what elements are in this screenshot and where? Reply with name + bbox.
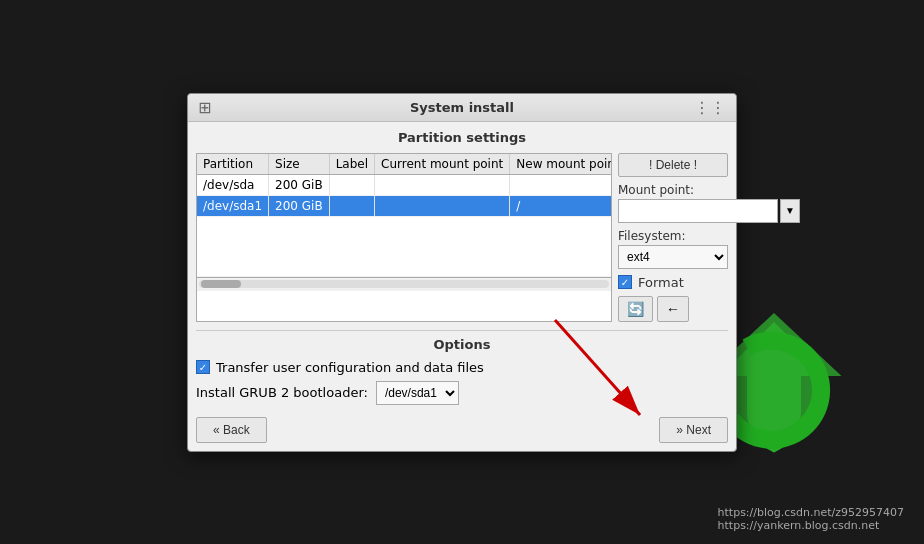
col-partition: Partition	[197, 154, 269, 175]
back-arrow-button[interactable]: ←	[657, 296, 689, 322]
cell-current-mount	[375, 174, 510, 195]
partition-table: Partition Size Label Current mount point…	[197, 154, 612, 277]
transfer-checkbox[interactable]	[196, 360, 210, 374]
dialog-title: System install	[410, 100, 514, 115]
refresh-button[interactable]: 🔄	[618, 296, 653, 322]
options-section: Options Transfer user configuration and …	[196, 330, 728, 443]
url1: https://blog.csdn.net/z952957407	[718, 506, 904, 519]
cell-label	[329, 195, 374, 216]
mount-point-input[interactable]	[618, 199, 778, 223]
cell-partition: /dev/sda1	[197, 195, 269, 216]
cell-new-mount	[510, 174, 612, 195]
icon-buttons-row: 🔄 ←	[618, 296, 728, 322]
mount-point-section: Mount point: ▼	[618, 183, 728, 223]
col-size: Size	[269, 154, 330, 175]
cell-label	[329, 174, 374, 195]
scrollbar-thumb[interactable]	[201, 280, 241, 288]
scrollbar[interactable]	[197, 277, 611, 291]
cell-current-mount	[375, 195, 510, 216]
partition-table-wrapper: Partition Size Label Current mount point…	[196, 153, 612, 322]
transfer-row: Transfer user configuration and data fil…	[196, 360, 728, 375]
col-current-mount: Current mount point	[375, 154, 510, 175]
delete-button[interactable]: ! Delete !	[618, 153, 728, 177]
table-container: Partition Size Label Current mount point…	[196, 153, 728, 322]
mount-point-dropdown-button[interactable]: ▼	[780, 199, 800, 223]
mount-point-row: ▼	[618, 199, 728, 223]
system-install-dialog: ⊞ System install ⋮⋮ Partition settings P…	[187, 93, 737, 452]
cell-new-mount: /	[510, 195, 612, 216]
grub-bootloader-select[interactable]: /dev/sda1 /dev/sda	[376, 381, 459, 405]
scrollbar-track	[199, 280, 609, 288]
table-row[interactable]: /dev/sda 200 GiB	[197, 174, 612, 195]
back-button[interactable]: « Back	[196, 417, 267, 443]
next-button[interactable]: » Next	[659, 417, 728, 443]
grub-row: Install GRUB 2 bootloader: /dev/sda1 /de…	[196, 381, 728, 405]
cell-size: 200 GiB	[269, 195, 330, 216]
col-new-mount: New mount point	[510, 154, 612, 175]
table-row-empty	[197, 216, 612, 276]
window-menu-icon[interactable]: ⋮⋮	[694, 98, 726, 117]
dialog-titlebar: ⊞ System install ⋮⋮	[188, 94, 736, 122]
format-label: Format	[638, 275, 684, 290]
format-checkbox[interactable]	[618, 275, 632, 289]
window-icon: ⊞	[198, 98, 211, 117]
cell-size: 200 GiB	[269, 174, 330, 195]
options-title: Options	[196, 337, 728, 352]
col-label: Label	[329, 154, 374, 175]
bottom-buttons: « Back » Next	[196, 413, 728, 443]
format-checkbox-row[interactable]: Format	[618, 275, 728, 290]
filesystem-select[interactable]: ext4 ext3 ext2 btrfs xfs	[618, 245, 728, 269]
filesystem-label: Filesystem:	[618, 229, 728, 243]
right-panel: ! Delete ! Mount point: ▼ Filesystem: ex…	[618, 153, 728, 322]
dialog-body: Partition settings Partition Size Label …	[188, 122, 736, 451]
table-row[interactable]: /dev/sda1 200 GiB / ext4 x	[197, 195, 612, 216]
url-watermark: https://blog.csdn.net/z952957407 https:/…	[718, 506, 904, 532]
partition-settings-title: Partition settings	[196, 130, 728, 145]
url2: https://yankern.blog.csdn.net	[718, 519, 904, 532]
mount-point-label: Mount point:	[618, 183, 728, 197]
grub-label: Install GRUB 2 bootloader:	[196, 385, 368, 400]
transfer-label: Transfer user configuration and data fil…	[216, 360, 484, 375]
cell-partition: /dev/sda	[197, 174, 269, 195]
filesystem-section: Filesystem: ext4 ext3 ext2 btrfs xfs	[618, 229, 728, 269]
